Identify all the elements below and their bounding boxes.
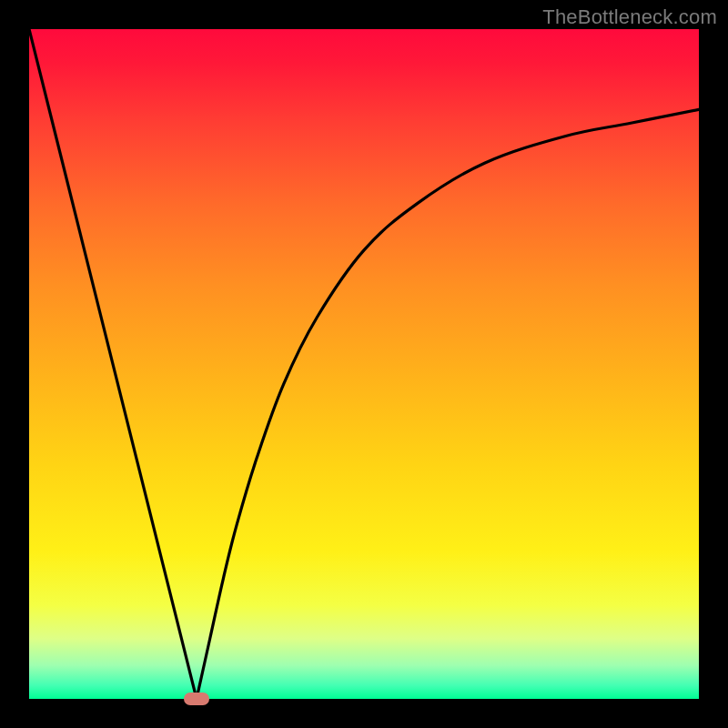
curve-svg <box>29 29 699 699</box>
plot-area <box>29 29 699 699</box>
optimal-point-marker <box>184 693 209 705</box>
curve-right-arm <box>197 109 699 699</box>
watermark-text: TheBottleneck.com <box>542 5 717 29</box>
chart-frame: TheBottleneck.com <box>0 0 728 728</box>
curve-left-arm <box>29 29 197 699</box>
